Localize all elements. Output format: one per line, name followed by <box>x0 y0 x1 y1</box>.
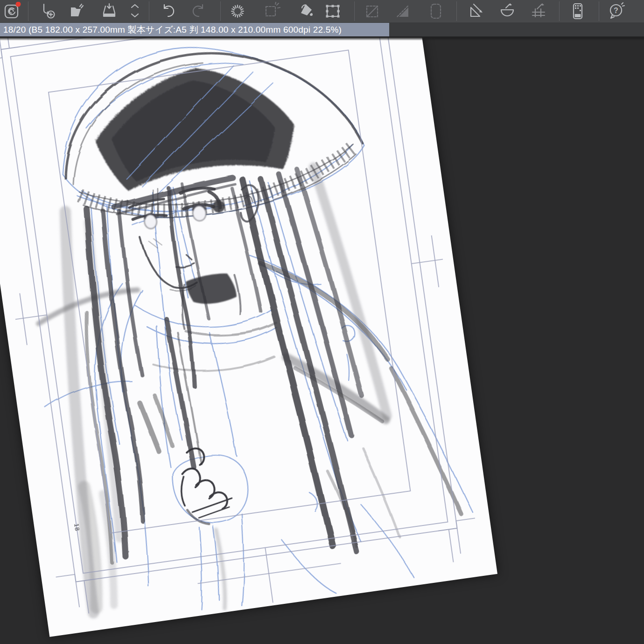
open-file-icon[interactable] <box>68 2 87 21</box>
redo-icon <box>189 2 207 21</box>
snap-to-ruler-icon[interactable] <box>467 2 486 21</box>
fill-icon[interactable] <box>297 2 315 21</box>
toolbar-separator <box>456 1 457 21</box>
select-from-layer-icon <box>263 2 281 21</box>
document-title-highlight[interactable]: 18/20 (B5 182.00 x 257.00mm 製本サイズ:A5 判 1… <box>0 23 389 36</box>
clip-studio-window: ? 18/20 (B5 182.00 x 257.00mm 製本サイズ:A5 判… <box>0 0 644 644</box>
save-icon[interactable] <box>100 2 119 21</box>
transform-icon[interactable] <box>323 2 342 21</box>
deselect-icon[interactable] <box>228 2 247 21</box>
snap-to-grid-icon <box>529 2 548 21</box>
svg-text:?: ? <box>614 7 618 14</box>
help-icon[interactable]: ? <box>607 2 625 21</box>
toolbar-separator <box>28 1 28 21</box>
snap-to-special-ruler-icon[interactable] <box>498 2 517 21</box>
toolbar-separator <box>559 1 560 21</box>
undo-icon[interactable] <box>160 2 178 21</box>
mask-outside-selection-icon <box>393 2 412 21</box>
toolbar-separator <box>220 1 221 21</box>
new-page-icon[interactable] <box>39 2 58 21</box>
document-title-bar: 18/20 (B5 182.00 x 257.00mm 製本サイズ:A5 判 1… <box>0 22 644 37</box>
canvas-viewport[interactable]: 18 <box>0 37 644 644</box>
companion-mode-icon[interactable] <box>568 2 587 21</box>
crop-selection-icon <box>363 2 382 21</box>
sketch-artwork <box>0 37 497 637</box>
main-toolbar: ? <box>0 0 644 23</box>
page-up-down-icon[interactable] <box>126 2 143 21</box>
toolbar-separator <box>599 1 599 21</box>
page-number-label: 18 <box>73 523 81 533</box>
manga-page[interactable]: 18 <box>0 37 497 637</box>
toolbar-separator <box>149 1 149 21</box>
clip-studio-logo-icon[interactable] <box>3 2 21 21</box>
document-title-text: 18/20 (B5 182.00 x 257.00mm 製本サイズ:A5 判 1… <box>0 24 342 36</box>
toolbar-separator <box>354 1 355 21</box>
selection-launcher-icon <box>427 2 445 21</box>
